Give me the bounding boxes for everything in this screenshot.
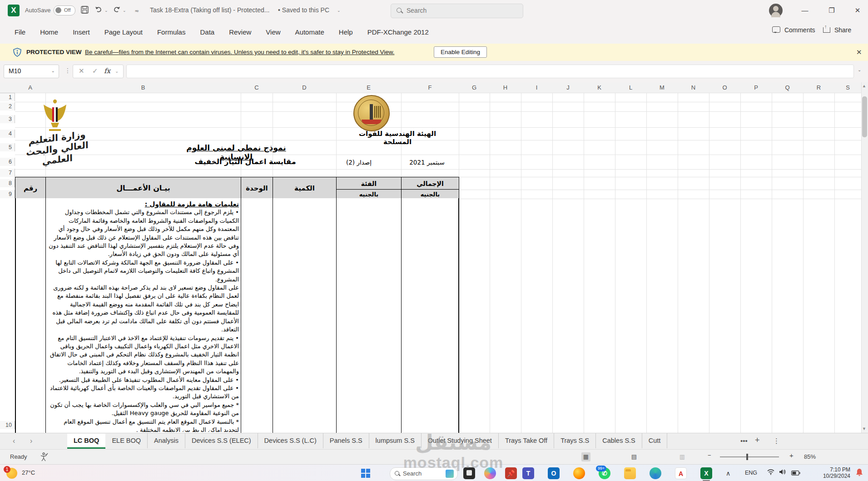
ribbon-tab-data[interactable]: Data <box>193 21 222 44</box>
row-header-10[interactable]: 10 <box>0 421 15 429</box>
accessibility-icon[interactable] <box>40 452 48 463</box>
column-header-C[interactable]: C <box>241 82 273 93</box>
saved-status[interactable]: • Saved to this PC <box>278 6 329 14</box>
page-layout-view-icon[interactable]: ▤ <box>630 452 639 461</box>
zoom-out-icon[interactable]: − <box>708 452 711 459</box>
column-header-H[interactable]: H <box>490 82 521 93</box>
enable-editing-button[interactable]: Enable Editing <box>434 46 487 58</box>
redo-dropdown-caret[interactable]: ⌄ <box>123 8 126 13</box>
share-button[interactable]: Share <box>823 26 851 38</box>
column-header-R[interactable]: R <box>803 82 835 93</box>
ribbon-tab-page-layout[interactable]: Page Layout <box>97 21 150 44</box>
row-header-9[interactable]: 9 <box>0 190 15 198</box>
sheet-tab-trays-s-s[interactable]: Trays S.S <box>554 433 596 448</box>
scroll-down-icon[interactable]: ▼ <box>862 426 866 431</box>
select-all-corner[interactable] <box>0 82 15 93</box>
column-header-A[interactable]: A <box>15 82 46 93</box>
sheet-tab-lumpsum-s-s[interactable]: lumpsum S.S <box>369 433 422 448</box>
outlook-icon[interactable]: O <box>548 467 560 479</box>
row-header-5[interactable]: 5 <box>0 143 15 151</box>
new-sheet-button[interactable]: + <box>755 436 760 445</box>
name-box[interactable]: M10 ⌄ <box>4 65 59 78</box>
next-sheet-icon[interactable]: › <box>30 437 32 445</box>
column-header-I[interactable]: I <box>521 82 553 93</box>
edge-icon[interactable] <box>650 467 661 479</box>
sheet-tab-outlet-studying-sheet[interactable]: Outlet Studying Sheet <box>422 433 499 448</box>
fx-dropdown-caret[interactable]: ⌄ <box>115 69 119 74</box>
sheet-tab-cables-s-s[interactable]: Cables S.S <box>596 433 642 448</box>
cell-rate[interactable] <box>336 198 402 433</box>
user-avatar[interactable] <box>769 4 783 17</box>
file-explorer-icon[interactable] <box>624 467 636 479</box>
row-header-6[interactable]: 6 <box>0 158 15 166</box>
column-header-K[interactable]: K <box>584 82 615 93</box>
zoom-in-icon[interactable]: + <box>789 451 794 459</box>
ribbon-tab-insert[interactable]: Insert <box>65 21 97 44</box>
namebox-dropdown-caret[interactable]: ⌄ <box>51 68 55 73</box>
sheet-tab-trays-take-off[interactable]: Trays Take Off <box>499 433 554 448</box>
ribbon-tab-automate[interactable]: Automate <box>288 21 332 44</box>
autosave-toggle[interactable]: Off <box>54 5 75 15</box>
minimize-button[interactable]: — <box>794 0 815 21</box>
taskbar-search[interactable]: Search <box>390 467 458 480</box>
copilot-icon[interactable] <box>484 467 496 479</box>
column-header-E[interactable]: E <box>336 82 402 93</box>
column-header-J[interactable]: J <box>552 82 584 93</box>
acrobat-icon[interactable]: A <box>675 467 687 479</box>
zoom-level[interactable]: 85% <box>804 453 816 460</box>
row-header-2[interactable]: 2 <box>0 102 15 110</box>
notification-bell-icon[interactable] <box>856 468 863 478</box>
ribbon-tab-pdf-xchange-2012[interactable]: PDF-XChange 2012 <box>360 21 436 44</box>
cell-item-no[interactable] <box>15 198 46 433</box>
sheet-tab-cutt[interactable]: Cutt <box>642 433 668 448</box>
volume-icon[interactable] <box>779 469 786 477</box>
banner-close-icon[interactable]: ✕ <box>856 48 862 56</box>
tab-menu-icon[interactable]: ⋮ <box>773 437 780 445</box>
language-indicator[interactable]: ENG <box>745 470 757 476</box>
battery-icon[interactable] <box>791 469 800 477</box>
cell-unit[interactable] <box>241 198 273 433</box>
start-button[interactable] <box>361 469 370 478</box>
page-break-view-icon[interactable]: ▥ <box>678 452 687 461</box>
column-header-M[interactable]: M <box>646 82 678 93</box>
clock[interactable]: 7:10 PM 10/29/2024 <box>812 466 850 479</box>
prev-sheet-icon[interactable]: ‹ <box>13 437 15 445</box>
vertical-scroll-thumb[interactable] <box>862 96 867 137</box>
column-header-B[interactable]: B <box>45 82 241 93</box>
column-header-F[interactable]: F <box>401 82 459 93</box>
sheet-tab-devices-s-s-elec-[interactable]: Devices S.S (ELEC) <box>185 433 258 448</box>
ribbon-tab-view[interactable]: View <box>258 21 288 44</box>
column-header-O[interactable]: O <box>709 82 741 93</box>
undo-icon[interactable] <box>94 6 103 15</box>
column-header-N[interactable]: N <box>678 82 709 93</box>
undo-dropdown-caret[interactable]: ⌄ <box>104 8 108 13</box>
comments-button[interactable]: Comments <box>772 26 815 38</box>
qat-customize-icon[interactable]: ≂ <box>134 8 139 14</box>
sheet-tab-devices-s-s-l-c-[interactable]: Devices S.S (L.C) <box>258 433 323 448</box>
dark-app-icon[interactable] <box>463 467 475 479</box>
column-header-G[interactable]: G <box>459 82 490 93</box>
ribbon-tab-review[interactable]: Review <box>222 21 258 44</box>
tab-overflow-dots[interactable]: ••• <box>740 437 748 445</box>
formula-input[interactable] <box>126 65 854 78</box>
zoom-slider-track[interactable] <box>720 456 779 457</box>
ribbon-tab-formulas[interactable]: Formulas <box>150 21 193 44</box>
row-header-4[interactable]: 4 <box>0 130 15 138</box>
row-header-3[interactable]: 3 <box>0 115 15 123</box>
row-header-8[interactable]: 8 <box>0 179 15 187</box>
cell-qty[interactable] <box>273 198 337 433</box>
ribbon-tab-home[interactable]: Home <box>33 21 65 44</box>
restore-button[interactable]: ❐ <box>821 0 842 21</box>
confirm-entry-icon[interactable]: ✓ <box>92 67 98 75</box>
ribbon-tab-help[interactable]: Help <box>332 21 360 44</box>
column-header-L[interactable]: L <box>615 82 647 93</box>
column-header-D[interactable]: D <box>273 82 337 93</box>
sheet-tab-lc-boq[interactable]: LC BOQ <box>67 434 105 449</box>
titlebar-search[interactable]: Search <box>391 4 523 18</box>
firefox-icon[interactable] <box>573 467 585 479</box>
sheet-tab-ele-boq[interactable]: ELE BOQ <box>105 433 148 448</box>
save-icon[interactable] <box>81 6 89 15</box>
sheet-tab-analysis[interactable]: Analysis <box>148 433 185 448</box>
cancel-entry-icon[interactable]: ✕ <box>79 67 84 75</box>
row-header-1[interactable]: 1 <box>0 93 15 101</box>
